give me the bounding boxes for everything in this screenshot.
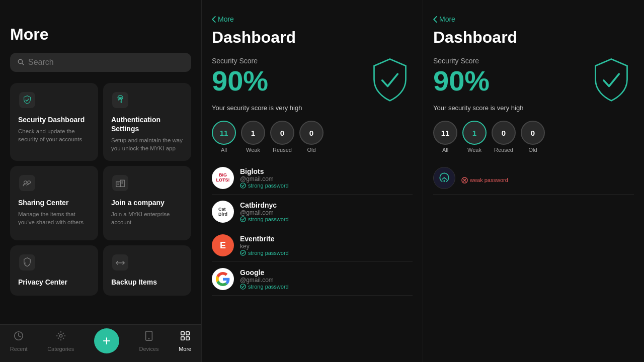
eventbrite-email: key <box>240 243 413 250</box>
eventbrite-status-label: strong password <box>248 250 289 256</box>
right-filter-all-label: All <box>442 147 448 153</box>
filter-all-label: All <box>221 147 227 153</box>
svg-point-3 <box>28 180 31 184</box>
filter-old-count: 0 <box>309 129 313 137</box>
right-filter-old-count: 0 <box>531 129 535 137</box>
mid-back-button[interactable]: More <box>212 0 413 28</box>
grid-item-sharing-center[interactable]: Sharing Center Manage the items that you… <box>10 166 98 240</box>
nav-more[interactable]: More <box>179 330 191 352</box>
right-filter-reused-circle: 0 <box>492 121 516 145</box>
filter-reused[interactable]: 0 Reused <box>270 121 294 153</box>
right-score-value: 90% <box>433 67 490 95</box>
sharing-center-desc: Manage the items that you've shared with… <box>18 210 90 226</box>
join-company-title: Join a company <box>111 198 183 207</box>
password-item-google[interactable]: Google @gmail.com strong password <box>212 263 413 296</box>
right-back-label: More <box>439 15 455 23</box>
right-filter-old[interactable]: 0 Old <box>521 121 545 153</box>
google-status: strong password <box>240 284 413 290</box>
google-name: Google <box>240 268 413 277</box>
google-avatar <box>212 268 234 290</box>
auth-settings-desc: Setup and maintain the way you unlock th… <box>111 136 183 152</box>
right-score-label: Security Score <box>433 57 490 65</box>
grid-item-backup-items[interactable]: Backup Items <box>103 245 191 296</box>
right-password-list: weak password <box>433 162 634 195</box>
page-title: More <box>10 25 191 44</box>
filter-all-count: 11 <box>220 129 228 137</box>
nav-recent[interactable]: Recent <box>10 330 28 352</box>
right-filter-row: 11 All 1 Weak 0 Reused 0 Old <box>433 121 634 153</box>
catbird-avatar: CatBird <box>212 201 234 223</box>
filter-old[interactable]: 0 Old <box>299 121 324 153</box>
security-dashboard-icon <box>18 91 36 109</box>
filter-old-circle: 0 <box>299 121 324 145</box>
auth-settings-icon <box>111 91 129 109</box>
nav-more-label: More <box>179 346 191 352</box>
catbird-status-label: strong password <box>248 216 289 222</box>
filter-weak-count: 1 <box>251 129 255 137</box>
svg-rect-19 <box>181 336 184 339</box>
mid-shield-icon <box>367 57 413 102</box>
mid-score-value: 90% <box>212 67 268 95</box>
password-item-eventbrite[interactable]: E Eventbrite key strong password <box>212 229 413 262</box>
password-item-myki[interactable]: weak password <box>433 162 634 195</box>
join-company-icon <box>111 174 129 192</box>
right-shield-icon <box>589 57 634 102</box>
right-score-section: Security Score 90% <box>433 57 634 102</box>
mid-score-section: Security Score 90% <box>212 57 413 102</box>
right-filter-reused[interactable]: 0 Reused <box>492 121 516 153</box>
devices-icon <box>143 330 154 344</box>
biglots-avatar: BIGLOTS! <box>212 167 234 189</box>
password-item-biglots[interactable]: BIGLOTS! Biglots @gmail.com strong passw… <box>212 162 413 195</box>
security-dashboard-desc: Check and update the security of your ac… <box>18 127 90 143</box>
grid-item-auth-settings[interactable]: Authentication Settings Setup and mainta… <box>103 83 191 161</box>
nav-add-button[interactable]: + <box>94 328 119 353</box>
mid-back-label: More <box>218 15 234 23</box>
right-filter-reused-count: 0 <box>502 129 506 137</box>
nav-devices-label: Devices <box>139 346 158 352</box>
right-dashboard-title: Dashboard <box>433 28 634 47</box>
right-filter-all-circle: 11 <box>433 121 457 145</box>
eventbrite-info: Eventbrite key strong password <box>240 235 413 256</box>
right-filter-reused-label: Reused <box>494 147 513 153</box>
svg-point-2 <box>24 180 27 184</box>
filter-weak-circle: 1 <box>241 121 265 145</box>
right-back-button[interactable]: More <box>433 0 634 28</box>
grid-item-join-company[interactable]: Join a company Join a MYKI enterprise ac… <box>103 166 191 240</box>
biglots-info: Biglots @gmail.com strong password <box>240 167 413 189</box>
nav-recent-label: Recent <box>10 346 28 352</box>
grid-item-security-dashboard[interactable]: Security Dashboard Check and update the … <box>10 83 98 161</box>
middle-panel: More Dashboard Security Score 90% Your s… <box>201 0 423 362</box>
search-bar[interactable] <box>10 53 191 72</box>
grid-item-privacy-center[interactable]: i Privacy Center <box>10 245 98 296</box>
menu-grid: Security Dashboard Check and update the … <box>10 83 191 296</box>
filter-all[interactable]: 11 All <box>212 121 236 153</box>
catbird-email: @gmail.com <box>240 209 413 216</box>
svg-rect-20 <box>186 336 189 339</box>
right-score-description: Your security score is very high <box>433 104 634 112</box>
catbird-status: strong password <box>240 216 413 222</box>
biglots-name: Biglots <box>240 167 413 175</box>
auth-settings-title: Authentication Settings <box>111 115 183 133</box>
right-filter-all[interactable]: 11 All <box>433 121 457 153</box>
svg-point-21 <box>240 183 246 188</box>
recent-icon <box>13 330 24 344</box>
password-item-catbirdnyc[interactable]: CatBird Catbirdnyc @gmail.com strong pas… <box>212 196 413 228</box>
mid-password-list: BIGLOTS! Biglots @gmail.com strong passw… <box>212 162 413 296</box>
right-filter-weak[interactable]: 1 Weak <box>462 121 487 153</box>
nav-categories[interactable]: Categories <box>47 330 74 352</box>
mid-dashboard-title: Dashboard <box>212 28 413 47</box>
catbird-info: Catbirdnyc @gmail.com strong password <box>240 201 413 222</box>
right-filter-weak-circle: 1 <box>462 121 487 145</box>
right-filter-old-circle: 0 <box>521 121 545 145</box>
backup-items-icon <box>111 253 129 272</box>
svg-rect-5 <box>120 180 124 187</box>
svg-point-22 <box>240 217 246 222</box>
filter-reused-label: Reused <box>273 147 292 153</box>
svg-point-25 <box>443 180 445 182</box>
left-panel: More <box>0 0 201 362</box>
nav-devices[interactable]: Devices <box>139 330 158 352</box>
mid-score-label: Security Score <box>212 57 268 65</box>
filter-reused-circle: 0 <box>270 121 294 145</box>
search-input[interactable] <box>28 58 184 67</box>
filter-weak[interactable]: 1 Weak <box>241 121 265 153</box>
